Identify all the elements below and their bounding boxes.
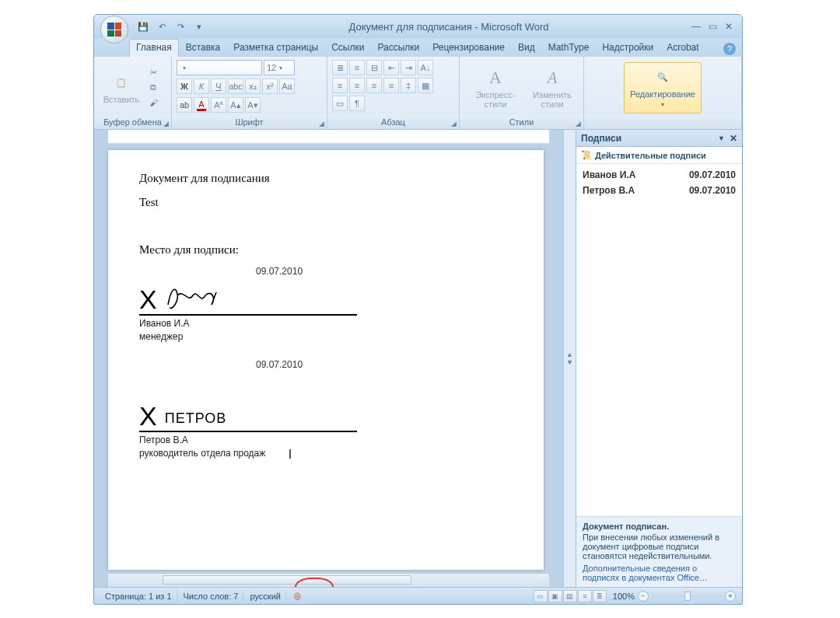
- quick-styles-button[interactable]: A Экспресс-стили: [464, 62, 527, 113]
- multilevel-button[interactable]: ⊟: [366, 60, 382, 75]
- group-font: ▾ 12▾ Ж К Ч abc x₂ x² Aa ab A Aª A▴: [172, 57, 327, 129]
- sig1-name: Иванов И.А: [139, 318, 357, 329]
- ruler[interactable]: [108, 130, 549, 144]
- tab-addins[interactable]: Надстройки: [596, 40, 660, 57]
- grow-font-button[interactable]: A▴: [228, 97, 243, 113]
- numbering-button[interactable]: ≡: [349, 60, 365, 75]
- signature-block-1[interactable]: 09.07.2010 X Иванов И.А менеджер: [139, 266, 357, 342]
- shrink-font-button[interactable]: A▾: [245, 97, 261, 113]
- editing-button[interactable]: 🔍 Редактирование▾: [624, 62, 702, 113]
- font-name-combo[interactable]: ▾: [177, 60, 262, 75]
- sigpane-footer: Документ подписан. При внесении любых из…: [576, 516, 742, 587]
- undo-icon[interactable]: ↶: [155, 19, 169, 33]
- document-page[interactable]: Документ для подписания Test Место для п…: [108, 150, 544, 570]
- styles-dialog-launcher[interactable]: ◢: [576, 120, 581, 127]
- status-word-count[interactable]: Число слов: 7: [179, 590, 244, 602]
- paste-button[interactable]: 📋 Вставить: [99, 62, 144, 113]
- change-case-button[interactable]: Aa: [279, 79, 295, 94]
- status-page[interactable]: Страница: 1 из 1: [100, 590, 177, 602]
- change-styles-label: Изменить стили: [530, 90, 574, 109]
- format-painter-icon[interactable]: 🖌: [147, 96, 159, 109]
- underline-button[interactable]: Ч: [211, 79, 226, 94]
- align-left-button[interactable]: ≡: [332, 78, 348, 93]
- copy-icon[interactable]: ⧉: [147, 82, 159, 94]
- subscript-button[interactable]: x₂: [245, 79, 261, 94]
- signature-row[interactable]: Иванов И.А 09.07.2010: [583, 167, 736, 183]
- vertical-scrollbar[interactable]: ▲▼: [563, 130, 576, 587]
- sigpane-close-icon[interactable]: ✕: [730, 133, 737, 144]
- document-panel: Документ для подписания Test Место для п…: [94, 130, 563, 587]
- clipboard-dialog-launcher[interactable]: ◢: [163, 120, 169, 127]
- sigpane-valid-header: 📜 Действительные подписи: [576, 147, 742, 164]
- web-layout-view[interactable]: ▤: [563, 590, 577, 602]
- signatures-pane: Подписи ▼ ✕ 📜 Действительные подписи Ива…: [576, 130, 742, 587]
- tab-references[interactable]: Ссылки: [325, 40, 370, 57]
- bold-button[interactable]: Ж: [177, 79, 192, 94]
- cut-icon[interactable]: ✂: [147, 67, 159, 79]
- paragraph-dialog-launcher[interactable]: ◢: [451, 120, 457, 127]
- sig2-x-mark: X: [139, 403, 157, 429]
- save-icon[interactable]: 💾: [136, 19, 150, 33]
- tab-home[interactable]: Главная: [129, 39, 179, 57]
- group-paragraph: ≣ ≡ ⊟ ⇤ ⇥ A↓ ≡ ≡ ≡ ≡ ‡ ▦ ▭ ¶: [327, 57, 460, 129]
- tab-view[interactable]: Вид: [512, 40, 541, 57]
- zoom-in-button[interactable]: +: [725, 591, 736, 602]
- qat-dropdown-icon[interactable]: ▾: [192, 19, 206, 33]
- change-styles-button[interactable]: A Изменить стили: [530, 62, 575, 113]
- sigpane-header: Подписи ▼ ✕: [576, 130, 742, 147]
- zoom-out-button[interactable]: −: [638, 591, 649, 602]
- outline-view[interactable]: ≡: [578, 590, 592, 602]
- strike-button[interactable]: abc: [228, 79, 243, 94]
- sigpane-more-link[interactable]: Дополнительные сведения о подписях в док…: [583, 564, 736, 582]
- group-clipboard-label: Буфер обмена: [103, 117, 162, 127]
- certificate-icon: 📜: [581, 150, 592, 160]
- print-layout-view[interactable]: ▭: [534, 590, 548, 602]
- quick-access-toolbar: 💾 ↶ ↷ ▾: [136, 19, 206, 33]
- decrease-indent-button[interactable]: ⇤: [383, 60, 399, 75]
- bullets-button[interactable]: ≣: [332, 60, 348, 75]
- sort-button[interactable]: A↓: [418, 60, 433, 75]
- superscript-button[interactable]: x²: [262, 79, 278, 94]
- justify-button[interactable]: ≡: [383, 78, 399, 93]
- help-icon[interactable]: ?: [723, 43, 736, 55]
- align-center-button[interactable]: ≡: [349, 78, 365, 93]
- align-right-button[interactable]: ≡: [366, 78, 382, 93]
- signature-block-2[interactable]: 09.07.2010 X ПЕТРОВ Петров В.А руководит…: [139, 359, 357, 459]
- close-button[interactable]: ✕: [725, 21, 733, 32]
- tab-layout[interactable]: Разметка страницы: [227, 40, 324, 57]
- tab-insert[interactable]: Вставка: [180, 40, 227, 57]
- tab-mathtype[interactable]: MathType: [542, 40, 596, 57]
- document-scroll: Документ для подписания Test Место для п…: [94, 144, 563, 573]
- font-dialog-launcher[interactable]: ◢: [319, 120, 324, 127]
- full-screen-view[interactable]: ▣: [548, 590, 562, 602]
- quick-styles-label: Экспресс-стили: [465, 90, 526, 109]
- minimize-button[interactable]: —: [691, 21, 701, 32]
- shading-button[interactable]: ▦: [418, 78, 433, 93]
- increase-indent-button[interactable]: ⇥: [401, 60, 416, 75]
- highlight-button[interactable]: ab: [177, 97, 192, 113]
- line-spacing-button[interactable]: ‡: [401, 78, 416, 93]
- tab-acrobat[interactable]: Acrobat: [660, 40, 705, 57]
- redo-icon[interactable]: ↷: [173, 19, 187, 33]
- clear-format-button[interactable]: Aª: [211, 97, 226, 113]
- status-bar: Страница: 1 из 1 Число слов: 7 русский 🏵…: [94, 587, 742, 604]
- font-size-combo[interactable]: 12▾: [264, 60, 295, 75]
- status-language[interactable]: русский: [245, 590, 285, 602]
- signature-row[interactable]: Петров В.А 09.07.2010: [583, 183, 736, 198]
- horizontal-scrollbar[interactable]: [108, 573, 549, 587]
- font-color-button[interactable]: A: [194, 97, 209, 113]
- zoom-slider[interactable]: [652, 595, 722, 598]
- signature-badge-icon[interactable]: 🏵: [292, 591, 303, 602]
- sigpane-warning: При внесении любых изменений в документ …: [583, 532, 736, 560]
- office-button[interactable]: [100, 16, 128, 44]
- sigpane-dropdown-icon[interactable]: ▼: [718, 134, 725, 142]
- italic-button[interactable]: К: [194, 79, 209, 94]
- borders-button[interactable]: ▭: [332, 96, 348, 111]
- draft-view[interactable]: ≣: [593, 590, 607, 602]
- zoom-value[interactable]: 100%: [613, 592, 635, 601]
- maximize-button[interactable]: ▭: [709, 21, 717, 32]
- show-marks-button[interactable]: ¶: [349, 96, 365, 111]
- clipboard-icon: 📋: [110, 72, 132, 93]
- tab-review[interactable]: Рецензирование: [426, 40, 511, 57]
- tab-mailings[interactable]: Рассылки: [371, 40, 425, 57]
